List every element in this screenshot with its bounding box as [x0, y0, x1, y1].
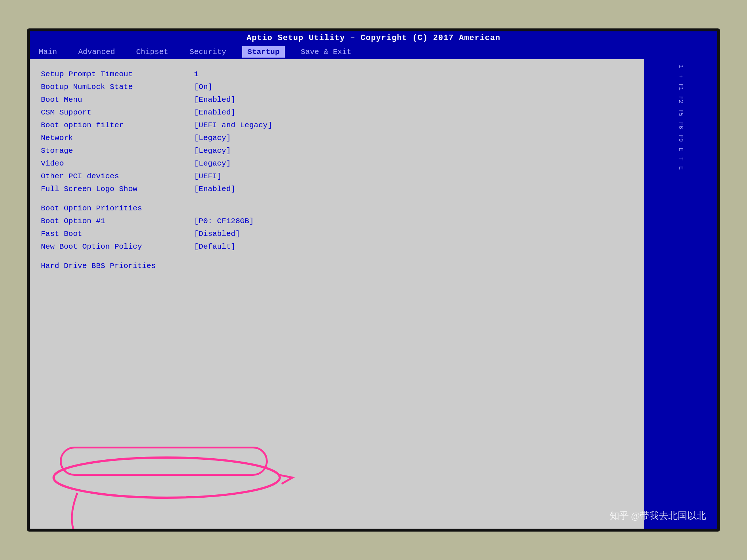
right-panel-item: 1 [676, 63, 685, 71]
menu-item-advanced[interactable]: Advanced [73, 46, 120, 58]
setting-value: [Default] [194, 242, 235, 251]
menu-item-security[interactable]: Security [184, 46, 231, 58]
right-panel-item: F2 [676, 94, 685, 105]
menu-bar: MainAdvancedChipsetSecurityStartupSave &… [30, 45, 717, 59]
setting-value: [P0: CF128GB] [194, 217, 254, 225]
setting-value: [Legacy] [194, 159, 231, 168]
right-panel-item: F5 [676, 107, 685, 118]
setting-label: Other PCI devices [41, 172, 194, 180]
setting-row[interactable]: Boot Option #1[P0: CF128GB] [41, 215, 633, 228]
menu-item-save-and-exit[interactable]: Save & Exit [296, 46, 357, 58]
setting-value: [Enabled] [194, 108, 235, 117]
setting-value: [Disabled] [194, 230, 240, 238]
setting-label: Network [41, 134, 194, 142]
title-bar: Aptio Setup Utility – Copyright (C) 2017… [30, 31, 717, 45]
setting-value: [Enabled] [194, 185, 235, 193]
setting-row[interactable]: Other PCI devices[UEFI] [41, 170, 633, 183]
setting-label: Storage [41, 147, 194, 155]
setting-label: Hard Drive BBS Priorities [41, 262, 194, 270]
right-panel-item: F1 [676, 81, 685, 93]
setting-label: Setup Prompt Timeout [41, 70, 194, 78]
setting-value: [Legacy] [194, 134, 231, 142]
right-panel-item: + [676, 72, 685, 80]
setting-label: Full Screen Logo Show [41, 185, 194, 193]
setting-label: Video [41, 159, 194, 168]
bios-screen: Aptio Setup Utility – Copyright (C) 2017… [27, 28, 720, 532]
setting-label: Boot option filter [41, 121, 194, 129]
setting-label: Boot Option #1 [41, 217, 194, 225]
setting-label: New Boot Option Policy [41, 242, 194, 251]
setting-row: Boot Option Priorities [41, 202, 633, 215]
setting-row[interactable]: Setup Prompt Timeout1 [41, 68, 633, 81]
setting-label: CSM Support [41, 108, 194, 117]
setting-row[interactable]: Fast Boot[Disabled] [41, 228, 633, 240]
setting-label: Fast Boot [41, 230, 194, 238]
setting-label: Bootup NumLock State [41, 83, 194, 91]
main-content: Setup Prompt Timeout1Bootup NumLock Stat… [30, 59, 717, 529]
setting-row[interactable]: CSM Support[Enabled] [41, 106, 633, 119]
right-panel-item: F6 [676, 120, 685, 131]
setting-row[interactable]: Full Screen Logo Show[Enabled] [41, 183, 633, 195]
setting-value: [On] [194, 83, 212, 91]
setting-row[interactable]: Storage[Legacy] [41, 144, 633, 157]
settings-panel: Setup Prompt Timeout1Bootup NumLock Stat… [30, 59, 644, 529]
setting-row: Hard Drive BBS Priorities [41, 260, 633, 272]
setting-row[interactable]: Boot Menu[Enabled] [41, 93, 633, 106]
right-panel-item: E [676, 164, 685, 172]
watermark: 知乎 @带我去北国以北 [610, 509, 706, 522]
setting-value: [Legacy] [194, 147, 231, 155]
setting-value: 1 [194, 70, 199, 78]
menu-item-main[interactable]: Main [34, 46, 62, 58]
setting-row[interactable]: Network[Legacy] [41, 132, 633, 144]
setting-label: Boot Option Priorities [41, 204, 194, 213]
setting-row[interactable]: Boot option filter[UEFI and Legacy] [41, 119, 633, 132]
setting-row[interactable]: Bootup NumLock State[On] [41, 81, 633, 93]
setting-row[interactable]: New Boot Option Policy[Default] [41, 240, 633, 253]
right-panel-item: F9 [676, 133, 685, 144]
right-panel-item: E [676, 145, 685, 153]
setting-value: [UEFI and Legacy] [194, 121, 272, 129]
setting-value: [Enabled] [194, 96, 235, 104]
menu-item-chipset[interactable]: Chipset [131, 46, 173, 58]
menu-item-startup[interactable]: Startup [242, 46, 285, 58]
setting-label: Boot Menu [41, 96, 194, 104]
right-panel: 1 + F1 F2 F5 F6 F9 E T E [644, 59, 717, 529]
right-panel-item: T [676, 155, 685, 163]
setting-value: [UEFI] [194, 172, 222, 180]
setting-row[interactable]: Video[Legacy] [41, 157, 633, 170]
title-text: Aptio Setup Utility – Copyright (C) 2017… [247, 34, 500, 43]
